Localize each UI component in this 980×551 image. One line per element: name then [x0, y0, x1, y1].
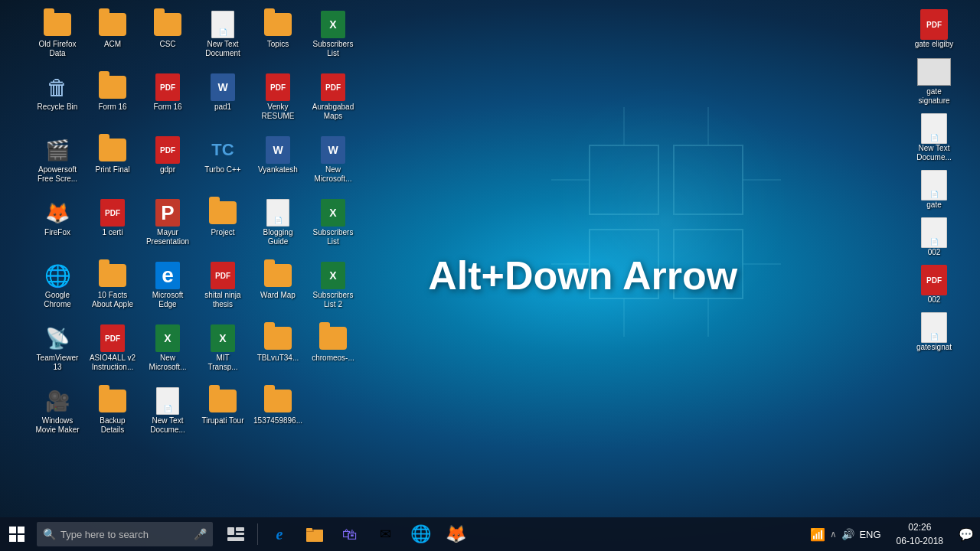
icon-subscribers-list-row4[interactable]: X SubscribersList — [306, 196, 360, 257]
icon-asio4all[interactable]: PDF ASIO4ALL v2Instruction... — [86, 321, 139, 383]
svg-rect-18 — [236, 527, 244, 531]
svg-rect-23 — [306, 528, 312, 531]
taskbar: 🔍 Type here to search 🎤 e — [0, 517, 980, 551]
icon-gatesignat[interactable]: 📄 gatesignat — [903, 311, 965, 355]
svg-point-0 — [513, 69, 819, 375]
taskbar-task-view[interactable] — [219, 517, 253, 551]
notification-button[interactable]: 💬 — [952, 517, 980, 551]
taskbar-chrome[interactable]: 🌐 — [403, 517, 437, 551]
icon-windows-movie-maker[interactable]: 🎥 WindowsMovie Maker — [31, 384, 84, 445]
taskbar-mail[interactable]: ✉ — [368, 517, 402, 551]
icon-1-certi[interactable]: PDF 1 certi — [86, 196, 139, 257]
icon-subscribers-list-2b[interactable]: X SubscribersList 2 — [306, 259, 360, 320]
icon-acm[interactable]: ACM — [86, 8, 139, 69]
taskbar-store[interactable]: 🛍 — [333, 517, 367, 551]
icon-form-16-1[interactable]: Form 16 — [86, 70, 139, 132]
microphone-icon: 🎤 — [194, 528, 207, 540]
icon-csc[interactable]: CSC — [141, 8, 194, 69]
icon-new-microsoft-2[interactable]: X NewMicrosoft... — [141, 321, 194, 383]
icon-10-facts[interactable]: 10 FactsAbout Apple — [86, 259, 139, 320]
svg-rect-20 — [227, 537, 244, 541]
icon-tblvut34[interactable]: TBLvuT34... — [251, 321, 305, 383]
icon-tirupati-tour[interactable]: Tirupati Tour — [196, 384, 250, 445]
taskbar-right: 📶 ∧ 🔊 ENG 02:26 06-10-2018 💬 — [804, 517, 980, 551]
icon-backup-details[interactable]: BackupDetails — [86, 384, 139, 445]
taskbar-internet-explorer[interactable]: e — [263, 517, 296, 551]
svg-rect-13 — [9, 527, 16, 533]
icon-google-chrome[interactable]: 🌐 GoogleChrome — [31, 259, 84, 320]
icon-gate-eligiby[interactable]: PDF gate eligiby — [903, 8, 965, 52]
svg-rect-17 — [227, 527, 234, 535]
icon-recycle-bin[interactable]: 🗑 Recycle Bin — [31, 70, 84, 132]
show-hidden-icon[interactable]: ∧ — [830, 529, 837, 540]
taskbar-firefox[interactable]: 🦊 — [439, 517, 472, 551]
clock-date: 06-10-2018 — [897, 534, 943, 548]
icon-topics[interactable]: Topics — [251, 8, 305, 69]
icon-002-pdf[interactable]: PDF 002 — [903, 263, 965, 308]
language-indicator[interactable]: ENG — [859, 529, 880, 540]
right-desktop-icons: PDF gate eligiby gatesignature 📄 New Tex… — [903, 8, 965, 355]
speaker-icon[interactable]: 🔊 — [841, 528, 854, 540]
svg-rect-14 — [18, 527, 24, 533]
clock-display[interactable]: 02:26 06-10-2018 — [887, 517, 952, 551]
icon-002-txt[interactable]: 📄 002 — [903, 216, 965, 260]
icon-aurabgabad-maps[interactable]: PDF AurabgabadMaps — [306, 70, 360, 132]
icon-print-final[interactable]: Print Final — [86, 133, 139, 194]
icon-vyankatesh[interactable]: W Vyankatesh — [251, 133, 305, 194]
icon-apowersoft[interactable]: 🎬 ApowersoftFree Scre... — [31, 133, 84, 194]
icon-new-text-document[interactable]: 📄 New TextDocument — [196, 8, 250, 69]
icon-mayur-presentation[interactable]: P MayurPresentation — [141, 196, 194, 257]
icon-shital-ninja-thesis[interactable]: PDF shital ninjathesis — [196, 259, 250, 320]
icon-subscribers-list[interactable]: X SubscribersList — [306, 8, 360, 69]
svg-rect-19 — [236, 533, 244, 535]
icon-mit-transp[interactable]: X MITTransp... — [196, 321, 250, 383]
icon-project[interactable]: Project — [196, 196, 250, 257]
icon-new-text-docume-right[interactable]: 📄 New TextDocume... — [903, 112, 965, 165]
icon-form-16-2[interactable]: PDF Form 16 — [141, 70, 194, 132]
icon-old-firefox-data[interactable]: Old Firefox Data — [31, 8, 84, 69]
taskbar-file-explorer[interactable] — [298, 517, 332, 551]
start-button[interactable] — [0, 517, 34, 551]
clock-time: 02:26 — [908, 520, 931, 534]
icon-gate-right[interactable]: 📄 gate — [903, 168, 965, 213]
search-bar[interactable]: 🔍 Type here to search 🎤 — [37, 522, 213, 546]
icon-teamviewer[interactable]: 📡 TeamViewer13 — [31, 321, 84, 383]
svg-rect-15 — [9, 535, 16, 542]
icon-new-text-doc-2[interactable]: 📄 New TextDocume... — [141, 384, 194, 445]
taskbar-divider-1 — [257, 523, 258, 545]
windows-logo-decoration — [505, 61, 827, 383]
network-icon[interactable]: 📶 — [810, 527, 825, 542]
icon-microsoft-edge[interactable]: e MicrosoftEdge — [141, 259, 194, 320]
search-placeholder: Type here to search — [60, 529, 194, 540]
icon-venky-resume[interactable]: PDF VenkyRESUME — [251, 70, 305, 132]
icon-ward-map[interactable]: Ward Map — [251, 259, 305, 320]
icon-turbo-cpp[interactable]: TC Turbo C++ — [196, 133, 250, 194]
search-icon: 🔍 — [43, 528, 56, 540]
desktop: Old Firefox Data ACM CSC 📄 New TextDocum… — [0, 0, 980, 551]
svg-rect-16 — [18, 535, 24, 542]
icon-blogging-guide[interactable]: 📄 BloggingGuide — [251, 196, 305, 257]
icon-new-microsoft[interactable]: W NewMicrosoft... — [306, 133, 360, 194]
icon-firefox[interactable]: 🦊 FireFox — [31, 196, 84, 257]
desktop-icons-grid: Old Firefox Data ACM CSC 📄 New TextDocum… — [31, 8, 360, 445]
icon-chromeos[interactable]: chromeos-... — [306, 321, 360, 383]
icon-gdpr[interactable]: PDF gdpr — [141, 133, 194, 194]
system-tray: 📶 ∧ 🔊 ENG — [804, 527, 887, 542]
icon-pad1[interactable]: W pad1 — [196, 70, 250, 132]
taskbar-apps: e 🛍 ✉ 🌐 🦊 — [219, 517, 472, 551]
icon-gate-signature[interactable]: gatesignature — [903, 55, 965, 109]
icon-1537459896[interactable]: 1537459896... — [251, 384, 305, 445]
